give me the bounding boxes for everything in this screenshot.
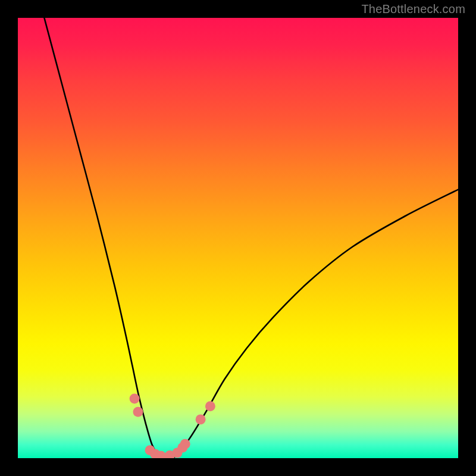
watermark-text: TheBottleneck.com — [361, 2, 465, 16]
data-marker — [196, 414, 206, 424]
bottleneck-curve — [18, 18, 458, 458]
plot-area — [18, 18, 458, 458]
data-marker — [205, 401, 215, 411]
data-marker — [180, 439, 190, 449]
data-marker — [130, 394, 140, 404]
data-marker — [133, 407, 143, 417]
chart-frame: TheBottleneck.com — [0, 0, 476, 476]
